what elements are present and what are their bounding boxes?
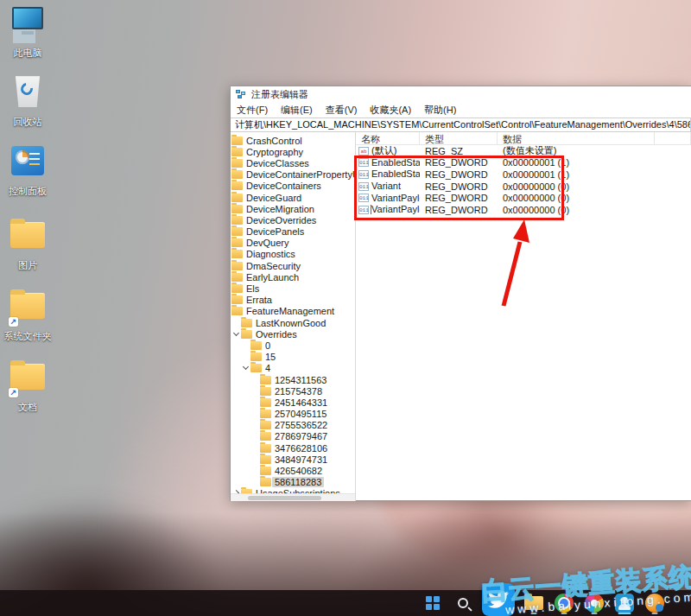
taskbar-start-button[interactable] — [422, 592, 444, 614]
tree-item[interactable]: DevQuery — [231, 238, 355, 249]
chevron-icon[interactable] — [251, 432, 260, 441]
menu-item[interactable]: 收藏夹(A) — [370, 104, 411, 117]
pc-icon — [12, 7, 43, 29]
open-app-indicator — [592, 613, 598, 614]
chevron-icon[interactable] — [251, 455, 260, 464]
tree-item[interactable]: DeviceGuard — [231, 192, 355, 203]
tree-item-label: DeviceMigration — [244, 204, 317, 214]
address-path: 计算机\HKEY_LOCAL_MACHINE\SYSTEM\CurrentCon… — [235, 118, 691, 131]
tree-item[interactable]: DevicePanels — [231, 226, 355, 238]
tree-item[interactable]: DeviceContainers — [231, 181, 355, 192]
column-header[interactable]: 数据 — [498, 132, 655, 144]
tree-item-label: Cryptography — [244, 147, 306, 157]
tree-item[interactable]: Cryptography — [231, 146, 355, 157]
tree-item[interactable]: 4 — [231, 363, 355, 374]
tree-item[interactable]: 2786979467 — [231, 431, 355, 442]
tree-item[interactable]: EarlyLaunch — [231, 271, 355, 283]
taskbar-sphere-button[interactable] — [643, 592, 666, 614]
chevron-icon[interactable] — [251, 478, 260, 486]
value-name: (默认) — [371, 146, 396, 156]
desktop-icon-folder[interactable]: ↗ 系统文件夹 — [3, 289, 52, 341]
folder-icon — [231, 262, 243, 270]
folder-icon — [10, 364, 45, 390]
chevron-icon[interactable] — [251, 387, 260, 396]
taskbar-pinwheel-button[interactable] — [583, 592, 605, 614]
twitter-icon — [488, 589, 509, 610]
tree-item-label: EarlyLaunch — [244, 272, 301, 283]
horizontal-scrollbar[interactable] — [231, 493, 355, 501]
tree-item[interactable]: CrashControl — [231, 135, 355, 146]
chevron-icon[interactable] — [242, 364, 250, 372]
menu-item[interactable]: 编辑(E) — [281, 104, 313, 117]
desktop-icon-label: 回收站 — [3, 117, 52, 127]
scrollbar-thumb[interactable] — [248, 496, 321, 500]
taskbar[interactable] — [0, 590, 691, 616]
tree-item[interactable]: 426540682 — [231, 465, 355, 476]
highlight-box-annotation — [354, 156, 564, 220]
desktop-icon-folder[interactable]: ↗ 文档 — [3, 359, 52, 412]
tree-item[interactable]: 15 — [231, 352, 355, 363]
tree-item[interactable]: DeviceMigration — [231, 203, 355, 214]
tree-item-label: 1254311563 — [272, 375, 329, 385]
tree-item[interactable]: 215754378 — [231, 385, 355, 397]
chevron-icon[interactable] — [251, 376, 260, 384]
tree-item[interactable]: 3476628106 — [231, 442, 355, 454]
tree-item[interactable]: 3484974731 — [231, 454, 355, 465]
desktop-icon-folder[interactable]: 图片 — [3, 218, 52, 270]
window-titlebar[interactable]: 注册表编辑器 — [231, 86, 691, 103]
desktop-icon-label: 图片 — [3, 260, 52, 270]
tree-item-label: 3476628106 — [272, 443, 330, 454]
menu-item[interactable]: 帮助(H) — [424, 104, 456, 117]
taskbar-people-button[interactable] — [613, 592, 636, 614]
tree-item[interactable]: 2451464331 — [231, 397, 355, 408]
tree-item[interactable]: DmaSecurity — [231, 260, 355, 271]
desktop-icon-control[interactable]: 控制面板 — [3, 143, 52, 196]
tree-item[interactable]: Overrides — [231, 328, 355, 340]
chevron-icon[interactable] — [251, 467, 260, 475]
tree-item[interactable]: 1254311563 — [231, 374, 355, 385]
menu-item[interactable]: 查看(V) — [326, 104, 358, 117]
tree-item[interactable]: DeviceClasses — [231, 157, 355, 168]
tree-item[interactable]: Els — [231, 283, 355, 294]
explorer-icon — [524, 596, 543, 610]
folder-icon — [231, 238, 243, 247]
column-header[interactable]: 名称 — [356, 132, 420, 144]
chevron-icon[interactable] — [251, 398, 260, 407]
chevron-icon[interactable] — [251, 410, 260, 418]
tree-item[interactable]: FeatureManagement — [231, 306, 355, 317]
menu-item[interactable]: 文件(F) — [237, 104, 268, 117]
tree-item[interactable]: 2570495115 — [231, 409, 355, 420]
chevron-icon[interactable] — [251, 444, 260, 453]
chevron-icon[interactable] — [242, 341, 250, 350]
desktop-icon-label: 此电脑 — [3, 48, 52, 58]
chevron-icon[interactable] — [251, 421, 260, 429]
tree-item-label: Errata — [244, 295, 275, 305]
registry-tree-pane[interactable]: CrashControl Cryptography DeviceClasses … — [231, 132, 356, 501]
address-bar[interactable]: 计算机\HKEY_LOCAL_MACHINE\SYSTEM\CurrentCon… — [231, 117, 691, 132]
taskbar-search-button[interactable] — [452, 592, 474, 614]
column-header[interactable]: 类型 — [420, 132, 498, 144]
desktop-icon-pc[interactable]: 此电脑 — [3, 5, 52, 58]
tree-item[interactable]: Diagnostics — [231, 249, 355, 260]
tree-item[interactable]: 586118283 — [231, 477, 355, 488]
chevron-icon[interactable] — [242, 352, 250, 361]
tree-item-label: 2755536522 — [272, 420, 330, 430]
taskbar-chrome-button[interactable] — [553, 592, 575, 614]
taskbar-twitter-button[interactable] — [482, 583, 515, 616]
chevron-icon[interactable] — [232, 330, 241, 339]
registry-editor-window[interactable]: 注册表编辑器 文件(F)编辑(E)查看(V)收藏夹(A)帮助(H) 计算机\HK… — [230, 86, 691, 501]
values-header-row: 名称类型数据 — [356, 132, 691, 145]
folder-icon — [231, 148, 243, 156]
chevron-icon[interactable] — [232, 319, 241, 327]
tree-item[interactable]: DeviceOverrides — [231, 214, 355, 225]
tree-item[interactable]: 0 — [231, 340, 355, 351]
tree-item[interactable]: Errata — [231, 295, 355, 306]
tree-item[interactable]: DeviceContainerPropertyUpda — [231, 169, 355, 181]
folder-icon — [260, 376, 271, 384]
folder-icon — [231, 170, 243, 179]
taskbar-explorer-button[interactable] — [523, 592, 545, 614]
folder-icon — [260, 421, 271, 429]
desktop-icon-recycle[interactable]: 回收站 — [3, 74, 52, 127]
tree-item[interactable]: LastKnownGood — [231, 317, 355, 328]
tree-item[interactable]: 2755536522 — [231, 420, 355, 431]
